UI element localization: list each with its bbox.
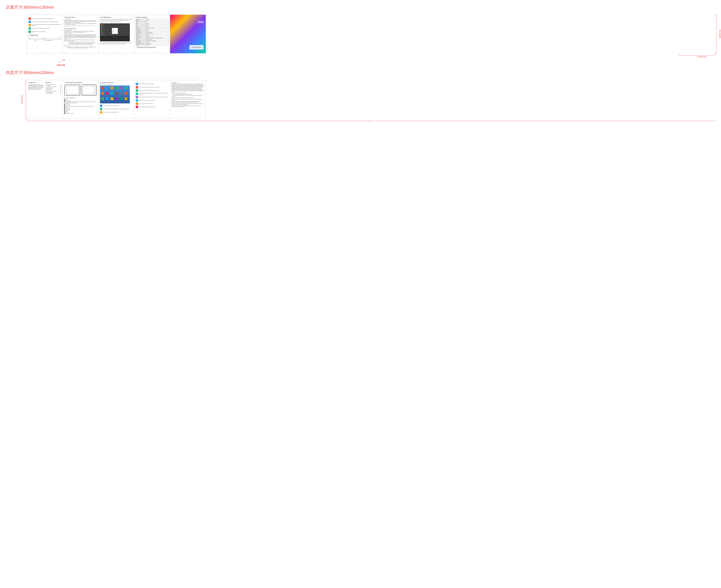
boot-text: In the case of crash or replacement touc… [64,25,97,27]
spec-row: cameraFront: 2MP, Rear: 5MP [136,27,168,29]
page-number: 05 [44,51,45,52]
page-number: 01 [44,117,45,118]
spec-value: 2GB [146,20,168,22]
bullet-icon [64,113,65,114]
feature-text: Touch to enter the search interface. [139,103,153,104]
app-icon [110,98,113,100]
power-text: Charge status indication: [64,33,97,34]
intro-text: The operation guide is for the user to u… [28,84,44,90]
file-mgmt-text: If you copy, paste, move or delete a fil… [100,19,133,21]
attention-text: 2. When the machine is powered off and p… [64,42,97,43]
toc-page: 05 [60,87,61,88]
dimension-ruler [27,119,715,121]
toc-page: 06 [60,88,61,89]
spec-key: Touch method [136,33,146,35]
fcc-paragraph: -- Connect the equipment into an outlet … [172,95,204,97]
key-text: Volume button [65,108,70,109]
file-mgmt-text: For example, operate on multiple files a… [100,21,133,23]
folder-row: Pictures [101,34,129,36]
spec-key: Audio output [136,37,146,39]
spec-row: systemAndroid 7.1 [136,44,168,46]
feature-row: ●Touch to enter the calendar interface f… [136,89,168,92]
feature-text: Touch to enter the APK installation tool… [103,105,119,106]
toc-row: B. the desktop03 [45,85,61,86]
feature-text: Touch to enter the video player interfac… [139,100,155,101]
app-icon: ● [100,108,102,110]
dimension-ruler [25,80,27,119]
fcc-paragraph: This device complies with part 15 of the… [172,99,204,101]
svg-line-0 [58,59,64,63]
app-icon: ● [136,103,138,105]
key-text: Speaker [65,110,68,111]
front-panel-1: ●Touch to enter the gallery interface an… [27,15,63,54]
context-menu-item: Delete [112,31,118,33]
bullet-icon [64,99,65,100]
spec-value: Built-in MIC [146,36,168,37]
inner-panel-5: FCC Statement This equipment has been te… [170,80,206,119]
file-mgmt-text: First find the path of the file you want… [100,42,133,45]
folder-name: DCIM [103,26,104,27]
folder-icon [101,30,102,31]
app-icon [106,98,108,100]
toc-label: 2. navigation bar icon [45,87,53,88]
spec-row: Function keysOn/Off/Reset/Volume+/Volume… [136,40,168,41]
spec-key: Battery [136,34,146,36]
power-text: Battery usage indicator: [64,29,97,30]
spec-value: Support 64GB [146,43,168,44]
context-menu-item: Rename [112,33,118,34]
app-icon: ● [100,105,102,107]
toc-label: D. The basic parameters [45,93,54,94]
spec-value: Support [146,24,168,26]
spec-value: Octa-Core [146,19,168,20]
note-symbol: ※: [136,47,137,48]
bullet-icon [64,102,65,102]
nav-vol-plus: VOL+ [59,38,61,39]
front-title: 正面尺寸:650mmx130mm [6,4,715,10]
spec-value: 5000mAh [146,34,168,36]
folder-name: Movies [103,30,105,31]
key-item: Power button: press and hold 3S to switc… [64,106,97,107]
fcc-paragraph: -- Increase the separation between the e… [172,94,204,95]
bullet-icon [64,105,65,106]
feature-row: ●Touch to enter the search interface. [136,103,168,105]
toc-label: B. the desktop [45,85,50,86]
key-item: Light environment sensor [64,113,97,114]
feature-row: ●Touch to enter the APK installation too… [100,105,133,107]
key-item: Speaker [64,110,97,111]
desktop-intro-title: B. Desktop introduction [100,82,133,83]
navigation-bar-diagram: VOL- Home VOL+ Back Recently used applic… [28,39,61,44]
cover-panel: 开始使用 快速操作指南 [170,15,206,54]
toc-page: 07 [60,92,61,93]
spec-value: Support [146,30,168,31]
toc-row: D. The basic parameters08 [45,93,61,94]
spec-value: Single-sided, Left/right channel speaker… [146,37,168,39]
feature-row: ●Touch to enter the music interface. [28,30,61,33]
spec-value: 8.0inch 1280x800 [146,31,168,33]
spec-value: Support [146,26,168,27]
toc-label: A. the key layout and definition [45,84,56,85]
tablet-diagram-front [64,85,80,96]
feature-row: ●Touch to enter the folder interface, vi… [28,21,61,23]
app-icon [115,98,118,100]
spec-row: HDMISupport [136,26,168,27]
spec-row: Light SensorSupport [136,29,168,30]
dimension-height: 130.00 mm [719,29,721,39]
file-manager-screenshot: AlarmsDCIMDownloadMoviesMusicPictures Co… [100,23,130,41]
feature-text: Touch to enter the recording interface f… [139,87,159,88]
spec-key: Light Sensor [136,29,146,30]
front-panel-4: D. Basic parameters processorOcta-CoreDD… [134,15,170,54]
folder-icon [101,28,102,29]
spec-row: Flash32G [136,22,168,23]
feature-row: ●Touch to enter the folder interface, vi… [28,24,61,26]
key-item: MIC [64,99,97,100]
feature-row: ●Touch to enter the clock interface, set… [136,96,168,98]
key-text: TF Card Book [65,100,70,101]
app-icon [101,92,104,95]
spec-row: Display screen8.0inch 1280x800 [136,31,168,33]
page-number: 08 [152,51,153,52]
params-title: D. Basic parameters [136,17,168,18]
spec-key: Gravity Sensor [136,30,146,31]
app-icon: ● [136,96,138,98]
toc-page: 03 [60,85,61,86]
feature-text: Touch to enter the browsing interface. [139,83,154,85]
